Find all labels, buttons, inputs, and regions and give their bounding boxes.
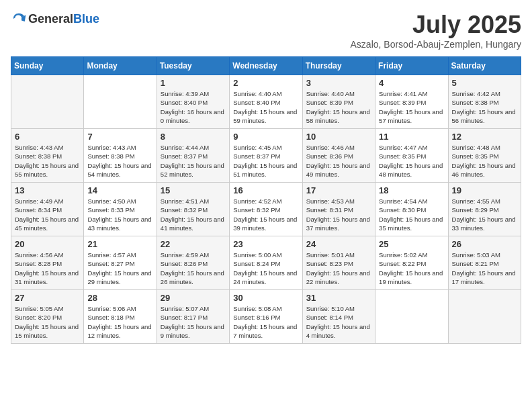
cell-info: Sunrise: 5:01 AMSunset: 8:23 PMDaylight:…: [306, 250, 371, 286]
cell-info: Sunrise: 5:10 AMSunset: 8:14 PMDaylight:…: [306, 304, 371, 340]
day-number: 14: [87, 185, 152, 195]
calendar-week-row: 13Sunrise: 4:49 AMSunset: 8:34 PMDayligh…: [11, 183, 521, 236]
day-number: 29: [161, 293, 226, 303]
day-number: 7: [87, 132, 152, 142]
calendar-cell: 26Sunrise: 5:03 AMSunset: 8:21 PMDayligh…: [448, 236, 521, 290]
day-number: 1: [161, 78, 226, 88]
calendar-cell: 3Sunrise: 4:40 AMSunset: 8:39 PMDaylight…: [302, 75, 375, 129]
calendar-cell: 23Sunrise: 5:00 AMSunset: 8:24 PMDayligh…: [230, 236, 302, 290]
day-number: 22: [161, 239, 226, 249]
weekday-header-thursday: Thursday: [302, 57, 375, 75]
calendar-cell: 19Sunrise: 4:55 AMSunset: 8:29 PMDayligh…: [448, 183, 521, 236]
weekday-header-tuesday: Tuesday: [157, 57, 229, 75]
calendar-cell: 24Sunrise: 5:01 AMSunset: 8:23 PMDayligh…: [302, 236, 375, 290]
cell-info: Sunrise: 4:46 AMSunset: 8:36 PMDaylight:…: [306, 143, 371, 179]
calendar-cell: 27Sunrise: 5:05 AMSunset: 8:20 PMDayligh…: [11, 290, 84, 344]
weekday-header-saturday: Saturday: [448, 57, 521, 75]
calendar-cell: 21Sunrise: 4:57 AMSunset: 8:27 PMDayligh…: [84, 236, 157, 290]
weekday-header-row: SundayMondayTuesdayWednesdayThursdayFrid…: [11, 57, 521, 75]
cell-info: Sunrise: 5:02 AMSunset: 8:22 PMDaylight:…: [379, 250, 444, 286]
calendar-cell: 17Sunrise: 4:53 AMSunset: 8:31 PMDayligh…: [302, 183, 375, 236]
calendar-week-row: 20Sunrise: 4:56 AMSunset: 8:28 PMDayligh…: [11, 236, 521, 290]
title-block: July 2025 Aszalo, Borsod-Abauj-Zemplen, …: [351, 11, 521, 50]
calendar-cell: [375, 290, 448, 344]
day-number: 11: [379, 132, 444, 142]
calendar-cell: 20Sunrise: 4:56 AMSunset: 8:28 PMDayligh…: [11, 236, 84, 290]
calendar-cell: 31Sunrise: 5:10 AMSunset: 8:14 PMDayligh…: [302, 290, 375, 344]
cell-info: Sunrise: 5:00 AMSunset: 8:24 PMDaylight:…: [233, 250, 298, 286]
calendar-table: SundayMondayTuesdayWednesdayThursdayFrid…: [11, 56, 521, 344]
day-number: 9: [233, 132, 298, 142]
cell-info: Sunrise: 4:48 AMSunset: 8:35 PMDaylight:…: [452, 143, 517, 179]
calendar-cell: 28Sunrise: 5:06 AMSunset: 8:18 PMDayligh…: [84, 290, 157, 344]
cell-info: Sunrise: 4:53 AMSunset: 8:31 PMDaylight:…: [306, 197, 371, 232]
calendar-cell: 18Sunrise: 4:54 AMSunset: 8:30 PMDayligh…: [375, 183, 448, 236]
cell-info: Sunrise: 4:56 AMSunset: 8:28 PMDaylight:…: [15, 250, 80, 286]
day-number: 13: [15, 185, 80, 195]
calendar-cell: 6Sunrise: 4:43 AMSunset: 8:38 PMDaylight…: [11, 129, 84, 183]
cell-info: Sunrise: 4:42 AMSunset: 8:38 PMDaylight:…: [452, 89, 517, 125]
cell-info: Sunrise: 4:43 AMSunset: 8:38 PMDaylight:…: [15, 143, 80, 179]
logo-text-general: General: [28, 12, 73, 26]
page-header: GeneralBlue July 2025 Aszalo, Borsod-Aba…: [11, 11, 521, 50]
day-number: 18: [379, 185, 444, 195]
day-number: 27: [15, 293, 80, 303]
cell-info: Sunrise: 4:49 AMSunset: 8:34 PMDaylight:…: [15, 197, 80, 232]
day-number: 2: [233, 78, 298, 88]
day-number: 3: [306, 78, 371, 88]
cell-info: Sunrise: 4:47 AMSunset: 8:35 PMDaylight:…: [379, 143, 444, 179]
day-number: 25: [379, 239, 444, 249]
weekday-header-sunday: Sunday: [11, 57, 84, 75]
day-number: 23: [233, 239, 298, 249]
calendar-cell: 9Sunrise: 4:45 AMSunset: 8:37 PMDaylight…: [230, 129, 302, 183]
day-number: 16: [233, 185, 298, 195]
weekday-header-wednesday: Wednesday: [230, 57, 302, 75]
day-number: 6: [15, 132, 80, 142]
cell-info: Sunrise: 4:57 AMSunset: 8:27 PMDaylight:…: [87, 250, 152, 286]
cell-info: Sunrise: 4:39 AMSunset: 8:40 PMDaylight:…: [161, 89, 226, 125]
day-number: 15: [161, 185, 226, 195]
day-number: 19: [452, 185, 517, 195]
day-number: 8: [161, 132, 226, 142]
calendar-cell: 7Sunrise: 4:43 AMSunset: 8:38 PMDaylight…: [84, 129, 157, 183]
calendar-cell: 2Sunrise: 4:40 AMSunset: 8:40 PMDaylight…: [230, 75, 302, 129]
cell-info: Sunrise: 4:51 AMSunset: 8:32 PMDaylight:…: [161, 197, 226, 232]
cell-info: Sunrise: 4:52 AMSunset: 8:32 PMDaylight:…: [233, 197, 298, 232]
day-number: 28: [87, 293, 152, 303]
day-number: 5: [452, 78, 517, 88]
calendar-cell: 12Sunrise: 4:48 AMSunset: 8:35 PMDayligh…: [448, 129, 521, 183]
calendar-cell: 25Sunrise: 5:02 AMSunset: 8:22 PMDayligh…: [375, 236, 448, 290]
calendar-cell: 15Sunrise: 4:51 AMSunset: 8:32 PMDayligh…: [157, 183, 229, 236]
cell-info: Sunrise: 4:43 AMSunset: 8:38 PMDaylight:…: [87, 143, 152, 179]
calendar-cell: 14Sunrise: 4:50 AMSunset: 8:33 PMDayligh…: [84, 183, 157, 236]
day-number: 20: [15, 239, 80, 249]
cell-info: Sunrise: 5:05 AMSunset: 8:20 PMDaylight:…: [15, 304, 80, 340]
calendar-cell: [448, 290, 521, 344]
calendar-cell: 5Sunrise: 4:42 AMSunset: 8:38 PMDaylight…: [448, 75, 521, 129]
calendar-cell: 13Sunrise: 4:49 AMSunset: 8:34 PMDayligh…: [11, 183, 84, 236]
cell-info: Sunrise: 4:45 AMSunset: 8:37 PMDaylight:…: [233, 143, 298, 179]
calendar-cell: [11, 75, 84, 129]
day-number: 24: [306, 239, 371, 249]
calendar-cell: 22Sunrise: 4:59 AMSunset: 8:26 PMDayligh…: [157, 236, 229, 290]
calendar-cell: 30Sunrise: 5:08 AMSunset: 8:16 PMDayligh…: [230, 290, 302, 344]
month-title: July 2025: [351, 11, 521, 39]
day-number: 12: [452, 132, 517, 142]
weekday-header-monday: Monday: [84, 57, 157, 75]
day-number: 31: [306, 293, 371, 303]
cell-info: Sunrise: 5:03 AMSunset: 8:21 PMDaylight:…: [452, 250, 517, 286]
logo-text-blue: Blue: [73, 12, 99, 26]
cell-info: Sunrise: 4:40 AMSunset: 8:39 PMDaylight:…: [306, 89, 371, 125]
calendar-cell: 8Sunrise: 4:44 AMSunset: 8:37 PMDaylight…: [157, 129, 229, 183]
cell-info: Sunrise: 5:06 AMSunset: 8:18 PMDaylight:…: [87, 304, 152, 340]
calendar-cell: 11Sunrise: 4:47 AMSunset: 8:35 PMDayligh…: [375, 129, 448, 183]
day-number: 4: [379, 78, 444, 88]
weekday-header-friday: Friday: [375, 57, 448, 75]
cell-info: Sunrise: 5:08 AMSunset: 8:16 PMDaylight:…: [233, 304, 298, 340]
calendar-cell: 10Sunrise: 4:46 AMSunset: 8:36 PMDayligh…: [302, 129, 375, 183]
cell-info: Sunrise: 4:54 AMSunset: 8:30 PMDaylight:…: [379, 197, 444, 232]
calendar-cell: 29Sunrise: 5:07 AMSunset: 8:17 PMDayligh…: [157, 290, 229, 344]
logo-icon: [11, 11, 27, 27]
cell-info: Sunrise: 5:07 AMSunset: 8:17 PMDaylight:…: [161, 304, 226, 340]
calendar-cell: 1Sunrise: 4:39 AMSunset: 8:40 PMDaylight…: [157, 75, 229, 129]
